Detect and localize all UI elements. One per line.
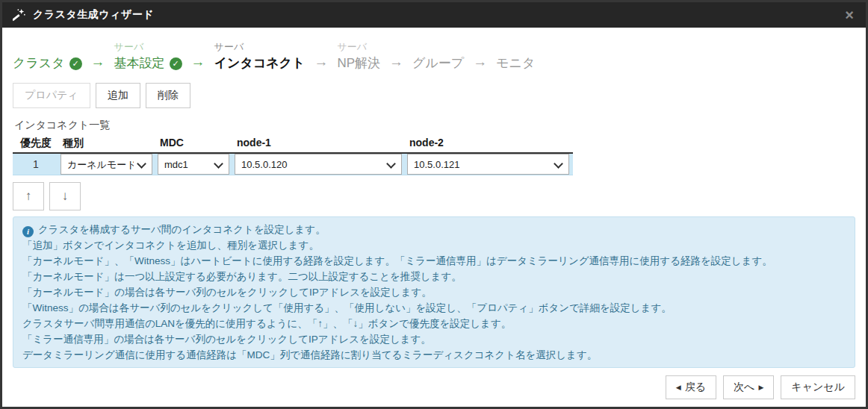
dialog-title: クラスタ生成ウィザード bbox=[33, 8, 154, 22]
move-down-button[interactable]: ↓ bbox=[49, 182, 81, 210]
interconnect-table-row[interactable]: 1 カーネルモード mdc1 10.5.0.120 bbox=[13, 154, 573, 175]
info-line: iクラスタを構成するサーバ間のインタコネクトを設定します。 bbox=[22, 222, 846, 237]
back-button[interactable]: ◀戻る bbox=[666, 375, 716, 399]
step-label: クラスタ bbox=[13, 54, 65, 72]
move-up-button[interactable]: ↑ bbox=[13, 182, 44, 210]
step-top-label bbox=[496, 40, 535, 54]
step-top-label bbox=[13, 40, 82, 54]
priority-cell: 1 bbox=[13, 154, 59, 175]
wizard-step-interconnect: サーバ インタコネクト bbox=[214, 40, 306, 72]
mdc-cell: mdc1 bbox=[156, 154, 233, 175]
info-box: iクラスタを構成するサーバ間のインタコネクトを設定します。 「追加」ボタンでイン… bbox=[13, 216, 855, 368]
info-line: 「カーネルモード」、「Witness」はハートビートに使用する経路を設定します。… bbox=[22, 253, 846, 269]
step-label: グループ bbox=[412, 54, 464, 72]
node2-cell: 10.5.0.121 bbox=[406, 154, 573, 175]
close-icon[interactable]: × bbox=[843, 7, 855, 22]
info-line: 「Witness」の場合は各サーバ列のセルをクリックして「使用する」、「使用しな… bbox=[22, 300, 846, 316]
info-line: 「ミラー通信専用」の場合は各サーバ列のセルをクリックしてIPアドレスを設定します… bbox=[22, 331, 846, 347]
node1-select-wrapper: 10.5.0.120 bbox=[235, 154, 402, 175]
column-header-type: 種別 bbox=[59, 137, 156, 150]
dialog-content: クラスタ ✓ → サーバ 基本設定 ✓ → サーバ インタコネクト → bbox=[2, 28, 866, 407]
down-arrow-icon: ↓ bbox=[62, 189, 69, 204]
node1-ip-select[interactable]: 10.5.0.120 bbox=[235, 154, 402, 175]
info-line: 「カーネルモード」の場合は各サーバ列のセルをクリックしてIPアドレスを設定します… bbox=[22, 284, 846, 300]
remove-button[interactable]: 削除 bbox=[146, 83, 190, 108]
info-icon: i bbox=[22, 226, 34, 237]
node2-ip-select[interactable]: 10.5.0.121 bbox=[407, 154, 569, 175]
info-line: データミラーリング通信に使用する通信経路は「MDC」列で通信経路に割り当てるミラ… bbox=[22, 347, 846, 363]
dialog-footer: ◀戻る 次へ▶ キャンセル bbox=[13, 368, 855, 399]
step-top-label: サーバ bbox=[114, 40, 182, 54]
column-header-node1: node-1 bbox=[233, 137, 406, 150]
type-select[interactable]: カーネルモード bbox=[61, 154, 152, 175]
dialog-titlebar: クラスタ生成ウィザード × bbox=[2, 2, 866, 28]
info-line: 「追加」ボタンでインタコネクトを追加し、種別を選択します。 bbox=[22, 237, 846, 253]
check-icon: ✓ bbox=[170, 57, 182, 70]
step-arrow-icon: → bbox=[191, 53, 205, 71]
back-triangle-icon: ◀ bbox=[676, 384, 681, 391]
node2-select-wrapper: 10.5.0.121 bbox=[407, 154, 569, 175]
wizard-step-cluster: クラスタ ✓ bbox=[13, 40, 82, 72]
step-arrow-icon: → bbox=[389, 53, 403, 71]
interconnect-list-caption: インタコネクト一覧 bbox=[14, 119, 855, 132]
info-text: クラスタを構成するサーバ間のインタコネクトを設定します。 bbox=[38, 224, 326, 235]
node1-cell: 10.5.0.120 bbox=[233, 154, 406, 175]
priority-reorder-controls: ↑ ↓ bbox=[13, 182, 855, 210]
column-header-priority: 優先度 bbox=[13, 137, 59, 150]
type-select-wrapper: カーネルモード bbox=[61, 154, 152, 175]
step-label: モニタ bbox=[496, 54, 535, 72]
interconnect-table-header: 優先度 種別 MDC node-1 node-2 bbox=[13, 137, 573, 154]
add-button[interactable]: 追加 bbox=[96, 83, 140, 108]
info-line: 「カーネルモード」は一つ以上設定する必要があります。二つ以上設定することを推奨し… bbox=[22, 269, 846, 284]
step-top-label bbox=[412, 40, 464, 54]
cancel-button[interactable]: キャンセル bbox=[781, 375, 855, 399]
step-arrow-icon: → bbox=[91, 53, 105, 71]
info-line: クラスタサーバ間専用通信のLANを優先的に使用するように、「↑」、「↓」ボタンで… bbox=[22, 316, 846, 331]
step-arrow-icon: → bbox=[473, 53, 487, 71]
interconnect-toolbar: プロパティ 追加 削除 bbox=[13, 83, 855, 108]
cluster-wizard-dialog: クラスタ生成ウィザード × クラスタ ✓ → サーバ 基本設定 ✓ → bbox=[0, 0, 868, 409]
step-label: NP解決 bbox=[337, 54, 380, 72]
step-top-label: サーバ bbox=[214, 40, 306, 54]
type-cell: カーネルモード bbox=[59, 154, 156, 175]
mdc-select[interactable]: mdc1 bbox=[158, 154, 229, 175]
up-arrow-icon: ↑ bbox=[25, 189, 32, 204]
column-header-mdc: MDC bbox=[156, 137, 233, 150]
check-icon: ✓ bbox=[69, 57, 82, 70]
wizard-step-group: グループ bbox=[412, 40, 464, 72]
wizard-wand-icon bbox=[13, 8, 26, 22]
property-button[interactable]: プロパティ bbox=[13, 83, 90, 108]
wizard-step-np-resolution: サーバ NP解決 bbox=[337, 40, 380, 72]
wizard-step-monitor: モニタ bbox=[496, 40, 535, 72]
wizard-steps: クラスタ ✓ → サーバ 基本設定 ✓ → サーバ インタコネクト → bbox=[13, 40, 855, 72]
mdc-select-wrapper: mdc1 bbox=[158, 154, 229, 175]
next-button[interactable]: 次へ▶ bbox=[723, 375, 774, 399]
step-arrow-icon: → bbox=[314, 53, 328, 71]
column-header-node2: node-2 bbox=[406, 137, 573, 150]
step-label: 基本設定 bbox=[114, 54, 165, 72]
step-label: インタコネクト bbox=[214, 54, 306, 72]
step-top-label: サーバ bbox=[337, 40, 380, 54]
wizard-step-basic-settings: サーバ 基本設定 ✓ bbox=[114, 40, 182, 72]
next-label: 次へ bbox=[734, 381, 754, 393]
next-triangle-icon: ▶ bbox=[758, 384, 763, 391]
back-label: 戻る bbox=[685, 381, 706, 393]
